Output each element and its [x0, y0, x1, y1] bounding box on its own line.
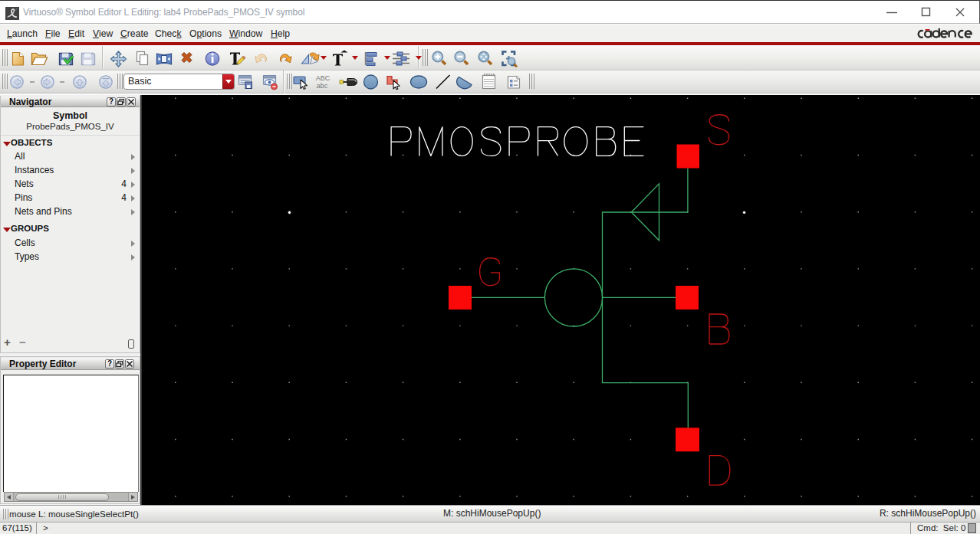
svg-text:ABC: ABC	[316, 74, 331, 82]
svg-text:abc: abc	[317, 82, 328, 90]
